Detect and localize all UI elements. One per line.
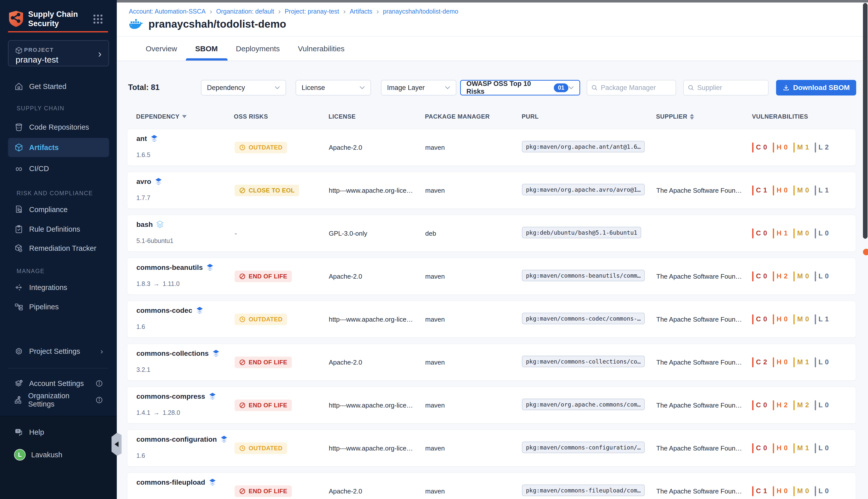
no-entry-icon [239,359,246,366]
purl-pill[interactable]: pkg:maven/org.apache.commons/com… [522,399,645,410]
project-label: PROJECT [24,47,54,53]
shield-logo-icon [8,10,24,27]
license-cell: http---www.apache.org-lice… [329,401,422,409]
sidebar-item-label: Account Settings [29,379,84,388]
package-manager-cell: maven [425,358,491,366]
purl-pill[interactable]: pkg:maven/commons-configuration/… [522,441,645,453]
sidebar-item-cicd[interactable]: ∞ CI/CD [8,159,109,178]
package-manager-cell: maven [425,186,491,194]
vuln-h-count: H 2 [773,400,788,410]
sidebar-item-get-started[interactable]: Get Started [8,77,109,96]
user-name: Lavakush [31,451,62,459]
vulnerabilities-cell: C 1H 0M 0L 0 [752,486,829,496]
vulnerabilities-cell: C 0H 0M 0L 1 [752,314,829,324]
table-row[interactable]: commons-codec 1.6 OUTDATED http---www.ap… [127,301,856,338]
layers-icon [212,350,220,357]
purl-pill[interactable]: pkg:maven/commons-collections/co… [522,355,645,367]
app-logo: Supply Chain Security [8,10,78,28]
purl-pill[interactable]: pkg:maven/commons-codec/commons-… [522,313,645,324]
sidebar-item-label: Remediation Tracker [29,244,97,253]
purl-pill[interactable]: pkg:deb/ubuntu/bash@5.1-6ubuntu1 [522,227,641,238]
dependency-name: commons-configuration [136,436,228,443]
table-row[interactable]: commons-fileupload END OF LIFE Apache-2.… [127,473,856,499]
purl-pill[interactable]: pkg:maven/commons-beanutils/comm… [522,270,645,281]
vuln-l-count: L 0 [815,357,829,367]
vuln-l-count: L 2 [815,143,829,153]
sidebar-collapse-handle[interactable] [112,433,122,456]
vuln-m-count: M 0 [793,228,809,239]
vuln-l-count: L 0 [815,271,829,281]
sidebar-item-artifacts[interactable]: Artifacts [8,138,109,157]
sidebar-item-pipelines[interactable]: Pipelines [8,297,109,316]
sidebar-item-account-settings[interactable]: Account Settings [8,374,109,393]
vulnerabilities-cell: C 0H 1M 0L 0 [752,228,829,239]
sidebar-item-rule-definitions[interactable]: Rule Definitions [8,220,109,239]
table-row[interactable]: commons-compress 1.4.1→1.28.0 END OF LIF… [127,387,856,424]
supplier-cell: The Apache Software Foun… [656,272,749,280]
sidebar-item-organization-settings[interactable]: Organization Settings [8,390,109,410]
table-row[interactable]: commons-configuration 1.6 OUTDATED http-… [127,430,856,466]
scrollbar[interactable] [862,0,868,499]
box-wrench-icon [14,244,24,253]
package-manager-cell: maven [425,315,491,323]
oss-risk-badge: OUTDATED [235,142,287,153]
sidebar-item-integrations[interactable]: Integrations [8,278,109,297]
layers-icon [209,478,216,486]
arrow-right-icon: → [153,280,160,288]
layers-icon [209,392,216,401]
table-row[interactable]: ant 1.6.5 OUTDATED Apache-2.0 maven pkg:… [127,129,856,166]
info-icon[interactable] [96,396,103,404]
layers-icon [196,306,203,315]
sidebar-item-compliance[interactable]: Compliance [8,200,109,219]
vuln-m-count: M 2 [793,400,809,410]
vulnerabilities-cell: C 0H 2M 0L 0 [752,271,829,281]
table-row[interactable]: avro 1.7.7 CLOSE TO EOL http---www.apach… [127,172,856,209]
scrollbar-thumb[interactable] [863,3,868,239]
vuln-m-count: M 0 [793,314,809,324]
package-manager-cell: deb [425,229,491,237]
license-cell: Apache-2.0 [329,487,422,495]
vuln-c-count: C 0 [752,400,767,410]
sidebar-item-project-settings[interactable]: Project Settings › [8,342,109,361]
dependency-name: avro [136,178,162,186]
vulnerabilities-cell: C 0H 2M 2L 0 [752,400,829,410]
help-chat-icon: ? [14,428,24,436]
app-switcher-icon[interactable] [94,15,103,25]
sidebar-item-help[interactable]: ? Help [8,423,109,442]
purl-pill[interactable]: pkg:maven/org.apache.ant/ant@1.6… [522,141,645,152]
supplier-cell: The Apache Software Foun… [656,401,749,409]
dependency-version: 1.4.1→1.28.0 [136,409,180,416]
dependency-name: commons-collections [136,350,220,357]
table-row[interactable]: bash 5.1-6ubuntu1 - GPL-3.0-only deb pkg… [127,215,856,252]
vuln-h-count: H 0 [773,357,788,367]
sidebar-item-label: Project Settings [29,347,80,355]
layers-icon [206,264,214,272]
no-entry-icon [239,488,246,495]
project-selector[interactable]: PROJECT pranay-test › [8,40,109,66]
vuln-h-count: H 0 [773,185,788,195]
package-manager-cell: maven [425,444,491,452]
oss-risk-badge: OUTDATED [235,314,287,325]
vuln-l-count: L 1 [815,185,829,195]
user-menu[interactable]: L Lavakush [8,445,109,464]
gear-icon [14,347,24,355]
vuln-c-count: C 0 [752,314,767,324]
dependency-version: 1.6 [136,452,145,459]
sidebar-item-label: Artifacts [29,144,59,152]
vuln-m-count: M 0 [793,185,809,195]
table-row[interactable]: commons-beanutils 1.8.3→1.11.0 END OF LI… [127,258,856,295]
dependency-name: commons-codec [136,306,203,315]
table-row[interactable]: commons-collections 3.2.1 END OF LIFE Ap… [127,344,856,381]
sidebar-item-code-repositories[interactable]: </> Code Repositories [8,118,109,137]
vulnerabilities-cell: C 0H 0M 1L 2 [752,143,829,153]
home-icon [14,82,24,91]
brand-accent-line [8,31,108,33]
sidebar-item-remediation-tracker[interactable]: Remediation Tracker [8,239,109,258]
purl-pill[interactable]: pkg:maven/commons-fileupload/com… [522,484,645,496]
purl-pill[interactable]: pkg:maven/org.apache.avro/avro@1… [522,184,645,195]
supplier-cell: The Apache Software Foun… [656,487,749,495]
vulnerabilities-cell: C 0H 0M 1L 0 [752,443,829,453]
info-icon[interactable] [96,380,103,387]
dependency-version: 1.6.5 [136,151,150,159]
vuln-h-count: H 0 [773,486,788,496]
